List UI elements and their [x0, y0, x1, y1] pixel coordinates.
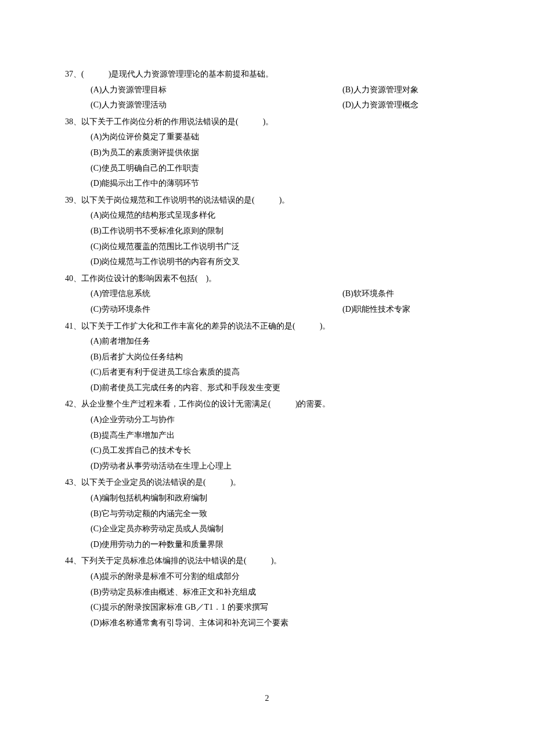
options: (A)企业劳动分工与协作 (B)提高生产率增加产出 (C)员工发挥自己的技术专长…: [65, 412, 469, 474]
option-d: (D)职能性技术专家: [280, 302, 469, 318]
question-stem: 40、工作岗位设计的影响因素不包括( )。: [65, 271, 469, 287]
option-a: (A)人力资源管理目标: [91, 82, 280, 98]
question-text: ( )是现代人力资源管理理论的基本前提和基础。: [81, 70, 273, 78]
question-number: 40: [65, 274, 73, 283]
question-text: 以下关于工作岗位分析的作用说法错误的是( )。: [81, 117, 273, 126]
question-number: 44: [65, 556, 73, 565]
option-c: (C)人力资源管理活动: [91, 98, 280, 113]
options: (A)前者增加任务 (B)后者扩大岗位任务结构 (C)后者更有利于促进员工综合素…: [65, 334, 469, 395]
question-text: 以下关于企业定员的说法错误的是( )。: [81, 478, 241, 487]
option-b: (B)后者扩大岗位任务结构: [91, 350, 469, 365]
question-41: 41、以下关于工作扩大化和工作丰富化的差异的说法不正确的是( )。 (A)前者增…: [65, 319, 469, 396]
options: (A)提示的附录是标准不可分割的组成部分 (B)劳动定员标准由概述、标准正文和补…: [65, 569, 469, 631]
option-a: (A)编制包括机构编制和政府编制: [91, 491, 469, 506]
option-c: (C)岗位规范覆盖的范围比工作说明书广泛: [91, 239, 469, 255]
option-d: (D)能揭示出工作中的薄弱环节: [91, 176, 469, 192]
option-a: (A)前者增加任务: [91, 334, 469, 350]
question-44: 44、下列关于定员标准总体编排的说法中错误的是( )。 (A)提示的附录是标准不…: [65, 553, 469, 631]
options: (A)为岗位评价奠定了重要基础 (B)为员工的素质测评提供依据 (C)使员工明确…: [65, 129, 469, 191]
question-stem: 38、以下关于工作岗位分析的作用说法错误的是( )。: [65, 114, 469, 130]
question-43: 43、以下关于企业定员的说法错误的是( )。 (A)编制包括机构编制和政府编制 …: [65, 475, 469, 552]
option-b: (B)为员工的素质测评提供依据: [91, 145, 469, 161]
options: (A)人力资源管理目标 (B)人力资源管理对象 (C)人力资源管理活动 (D)人…: [65, 82, 469, 113]
option-d: (D)岗位规范与工作说明书的内容有所交叉: [91, 254, 469, 270]
option-b: (B)它与劳动定额的内涵完全一致: [91, 506, 469, 522]
option-b: (B)人力资源管理对象: [280, 82, 469, 98]
question-text: 工作岗位设计的影响因素不包括( )。: [81, 274, 217, 283]
option-a: (A)提示的附录是标准不可分割的组成部分: [91, 569, 469, 585]
question-38: 38、以下关于工作岗位分析的作用说法错误的是( )。 (A)为岗位评价奠定了重要…: [65, 114, 469, 192]
question-number: 42: [65, 399, 73, 408]
option-d: (D)使用劳动力的一种数量和质量界限: [91, 537, 469, 553]
option-a: (A)企业劳动分工与协作: [91, 412, 469, 428]
option-d: (D)标准名称通常禽有引导词、主体词和补充词三个要素: [91, 615, 469, 631]
option-c: (C)企业定员亦称劳动定员或人员编制: [91, 521, 469, 537]
question-stem: 39、以下关于岗位规范和工作说明书的说法错误的是( )。: [65, 193, 469, 208]
option-d: (D)劳动者从事劳动活动在生理上心理上: [91, 459, 469, 474]
question-text: 以下关于岗位规范和工作说明书的说法错误的是( )。: [81, 196, 290, 204]
option-a: (A)岗位规范的结构形式呈现多样化: [91, 208, 469, 224]
option-b: (B)劳动定员标准由概述、标准正文和补充组成: [91, 585, 469, 600]
question-42: 42、从企业整个生产过程来看，工作岗位的设计无需满足( )的需要。 (A)企业劳…: [65, 397, 469, 474]
question-text: 从企业整个生产过程来看，工作岗位的设计无需满足( )的需要。: [81, 399, 330, 408]
option-b: (B)提高生产率增加产出: [91, 428, 469, 444]
question-number: 38: [65, 117, 73, 126]
question-text: 以下关于工作扩大化和工作丰富化的差异的说法不正确的是( )。: [81, 322, 330, 330]
option-c: (C)员工发挥自己的技术专长: [91, 443, 469, 459]
option-d: (D)前者使员工完成任务的内容、形式和手段发生变更: [91, 380, 469, 396]
option-c: (C)劳动环境条件: [91, 302, 280, 318]
option-c: (C)使员工明确自己的工作职责: [91, 161, 469, 177]
options: (A)岗位规范的结构形式呈现多样化 (B)工作说明书不受标准化原则的限制 (C)…: [65, 208, 469, 269]
option-a: (A)管理信息系统: [91, 286, 280, 302]
question-stem: 41、以下关于工作扩大化和工作丰富化的差异的说法不正确的是( )。: [65, 319, 469, 334]
question-39: 39、以下关于岗位规范和工作说明书的说法错误的是( )。 (A)岗位规范的结构形…: [65, 193, 469, 270]
question-40: 40、工作岗位设计的影响因素不包括( )。 (A)管理信息系统 (B)软环境条件…: [65, 271, 469, 318]
question-number: 37: [65, 70, 73, 78]
question-stem: 44、下列关于定员标准总体编排的说法中错误的是( )。: [65, 553, 469, 569]
page-number: 2: [0, 691, 534, 707]
question-text: 下列关于定员标准总体编排的说法中错误的是( )。: [81, 556, 282, 565]
option-a: (A)为岗位评价奠定了重要基础: [91, 129, 469, 145]
question-stem: 43、以下关于企业定员的说法错误的是( )。: [65, 475, 469, 491]
options: (A)编制包括机构编制和政府编制 (B)它与劳动定额的内涵完全一致 (C)企业定…: [65, 491, 469, 552]
question-stem: 37、( )是现代人力资源管理理论的基本前提和基础。: [65, 67, 469, 82]
option-b: (B)工作说明书不受标准化原则的限制: [91, 224, 469, 239]
question-number: 41: [65, 322, 73, 330]
option-c: (C)后者更有利于促进员工综合素质的提高: [91, 365, 469, 380]
question-number: 39: [65, 196, 73, 204]
exam-page: 37、( )是现代人力资源管理理论的基本前提和基础。 (A)人力资源管理目标 (…: [0, 0, 534, 631]
option-b: (B)软环境条件: [280, 286, 469, 302]
options: (A)管理信息系统 (B)软环境条件 (C)劳动环境条件 (D)职能性技术专家: [65, 286, 469, 317]
question-number: 43: [65, 478, 73, 487]
question-stem: 42、从企业整个生产过程来看，工作岗位的设计无需满足( )的需要。: [65, 397, 469, 412]
option-d: (D)人力资源管理概念: [280, 98, 469, 113]
option-c: (C)提示的附录按国家标准 GB／T1．1 的要求撰写: [91, 600, 469, 615]
question-37: 37、( )是现代人力资源管理理论的基本前提和基础。 (A)人力资源管理目标 (…: [65, 67, 469, 113]
